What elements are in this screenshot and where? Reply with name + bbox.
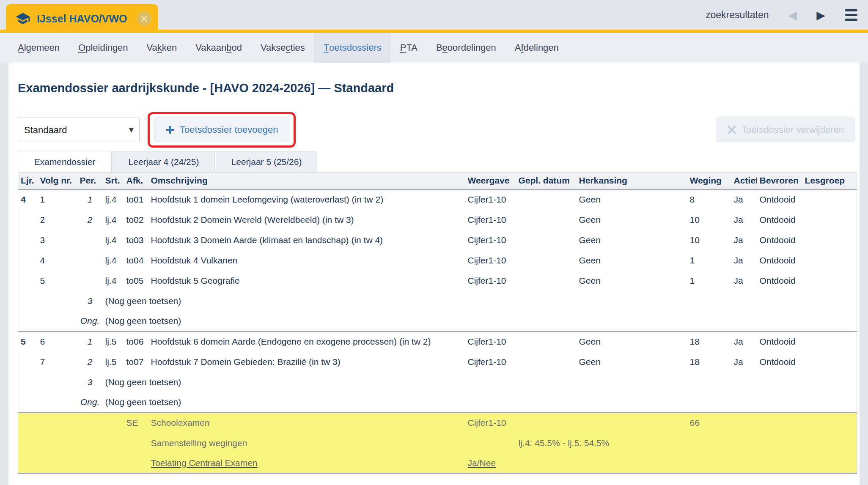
cell-empty <box>77 413 103 433</box>
nav-item-toetsdossiers[interactable]: Toetsdossiers <box>314 33 391 63</box>
cell-periode: 3 <box>77 372 103 392</box>
cell-periode: 1 <box>77 189 103 210</box>
cell-leerjaar <box>18 210 38 230</box>
nav-item-opleidingen[interactable]: Opleidingen <box>69 33 137 63</box>
cell-empty <box>757 453 802 474</box>
cell-herkansing: Geen <box>577 189 687 210</box>
cell-herkansing <box>577 372 687 392</box>
col-header-srt: Srt. <box>103 173 124 189</box>
col-header-per: Per. <box>77 173 103 189</box>
cell-actief <box>730 372 757 392</box>
cell-volgnr <box>38 392 77 413</box>
cell-srt: lj.4 <box>103 250 124 271</box>
cell-srt: lj.5 <box>103 332 124 352</box>
cell-empty <box>465 433 516 453</box>
cell-actief: Ja <box>730 230 757 250</box>
cell-actief: Ja <box>730 189 757 210</box>
cell-volgnr: 1 <box>38 189 77 210</box>
table-row-empty-period[interactable]: Ong.(Nog geen toetsen) <box>18 311 857 332</box>
col-header-afk: Afk. <box>124 173 148 189</box>
nav-item-vakken[interactable]: Vakken <box>137 33 187 63</box>
add-button-label: Toetsdossier toevoegen <box>180 124 278 135</box>
cell-lesgroep <box>802 372 857 392</box>
cell-weights-value: lj.4: 45.5% - lj.5: 54.5% <box>516 433 687 453</box>
delete-toetsdossier-button[interactable]: Toetsdossier verwijderen <box>716 118 855 142</box>
school-window-tab[interactable]: IJssel HAVO/VWO <box>6 4 158 33</box>
cell-weergave: Cijfer1-10 <box>465 210 516 230</box>
col-header-ljr: Ljr. <box>18 173 38 189</box>
cell-actief: Ja <box>730 352 757 372</box>
cell-se-weging: 66 <box>687 413 730 433</box>
add-toetsdossier-button[interactable]: Toetsdossier toevoegen <box>154 118 289 142</box>
nav-item-vakaanbod[interactable]: Vakaanbod <box>186 33 251 63</box>
admission-value-link[interactable]: Ja/Nee <box>468 458 496 468</box>
cell-bevroren <box>757 311 802 332</box>
cell-se-weergave: Cijfer1-10 <box>465 413 516 433</box>
admission-link[interactable]: Toelating Centraal Examen <box>151 458 258 468</box>
table-row-schoolexamen: SE Schoolexamen Cijfer1-10 66 <box>18 413 857 433</box>
delete-button-label: Toetsdossier verwijderen <box>742 124 844 135</box>
nav-item-vaksecties[interactable]: Vaksecties <box>251 33 314 63</box>
cell-gepl-datum <box>516 210 577 230</box>
cell-lesgroep <box>802 291 857 311</box>
close-tab-icon[interactable] <box>137 11 151 26</box>
cell-herkansing: Geen <box>577 250 687 271</box>
cell-weging <box>687 311 730 332</box>
nav-item-algemeen[interactable]: Algemeen <box>8 33 69 63</box>
cell-actief <box>730 311 757 332</box>
dossier-select[interactable]: Standaard <box>18 118 140 142</box>
table-row-toets[interactable]: 561lj.5to06Hoofdstuk 6 domein Aarde (End… <box>18 332 857 352</box>
cell-afk: to07 <box>124 352 148 372</box>
next-result-icon[interactable]: ▶ <box>816 9 825 21</box>
dossier-tabs: Examendossier Leerjaar 4 (24/25) Leerjaa… <box>18 151 318 172</box>
cell-weging: 18 <box>687 332 730 352</box>
cell-weging: 18 <box>687 352 730 372</box>
cell-afk: to02 <box>124 210 148 230</box>
table-row-toets[interactable]: 22lj.4to02Hoofdstuk 2 Domein Wereld (Wer… <box>18 210 857 230</box>
tab-leerjaar-4[interactable]: Leerjaar 4 (24/25) <box>113 151 215 172</box>
tab-examendossier[interactable]: Examendossier <box>18 151 112 172</box>
cell-omschrijving: Hoofdstuk 5 Geografie <box>148 271 465 291</box>
table-row-toets[interactable]: 411lj.4to01Hoofdstuk 1 domein Leefomgevi… <box>18 189 857 210</box>
cell-volgnr: 3 <box>38 230 77 250</box>
cell-empty <box>687 453 730 474</box>
cell-weergave <box>465 372 516 392</box>
cell-gepl-datum <box>516 250 577 271</box>
cell-bevroren: Ontdooid <box>757 189 802 210</box>
cell-bevroren: Ontdooid <box>757 332 802 352</box>
cell-note: (Nog geen toetsen) <box>103 392 465 413</box>
table-row-toets[interactable]: 5lj.4to05Hoofdstuk 5 GeografieCijfer1-10… <box>18 271 857 291</box>
cell-gepl-datum <box>516 372 577 392</box>
table-row-toets[interactable]: 4lj.4to04Hoofdstuk 4 VulkanenCijfer1-10G… <box>18 250 857 271</box>
cell-empty <box>124 453 148 474</box>
previous-result-icon[interactable]: ◀ <box>788 9 797 21</box>
cell-empty <box>577 453 687 474</box>
cell-leerjaar: 5 <box>18 332 38 352</box>
cell-actief: Ja <box>730 271 757 291</box>
table-row-toets[interactable]: 72lj.5to07Hoofdstuk 7 Domein Gebieden: B… <box>18 352 857 372</box>
cell-periode: Ong. <box>77 311 103 332</box>
table-row-empty-period[interactable]: 3(Nog geen toetsen) <box>18 372 857 392</box>
tab-leerjaar-5[interactable]: Leerjaar 5 (25/26) <box>216 151 317 172</box>
table-row-empty-period[interactable]: 3(Nog geen toetsen) <box>18 291 857 311</box>
menu-hamburger-icon[interactable] <box>845 8 857 22</box>
cell-leerjaar <box>18 352 38 372</box>
cell-gepl-datum <box>516 311 577 332</box>
cell-bevroren: Ontdooid <box>757 271 802 291</box>
cell-volgnr: 5 <box>38 271 77 291</box>
cell-empty <box>802 413 857 433</box>
table-row-empty-period[interactable]: Ong.(Nog geen toetsen) <box>18 392 857 413</box>
table-body: 411lj.4to01Hoofdstuk 1 domein Leefomgevi… <box>18 189 857 413</box>
cell-admission-value: Ja/Nee <box>465 453 516 474</box>
col-header-weergave: Weergave <box>465 173 516 189</box>
nav-item-pta[interactable]: PTA <box>391 33 427 63</box>
table-row-toets[interactable]: 3lj.4to03Hoofdstuk 3 Domein Aarde (klima… <box>18 230 857 250</box>
cell-volgnr: 6 <box>38 332 77 352</box>
cell-empty <box>38 453 77 474</box>
dossier-select-wrap: Standaard ▼ <box>18 118 140 142</box>
cell-bevroren <box>757 372 802 392</box>
nav-item-beoordelingen[interactable]: Beoordelingen <box>427 33 505 63</box>
nav-item-afdelingen[interactable]: Afdelingen <box>505 33 568 63</box>
cell-volgnr: 2 <box>38 210 77 230</box>
cell-weging <box>687 392 730 413</box>
